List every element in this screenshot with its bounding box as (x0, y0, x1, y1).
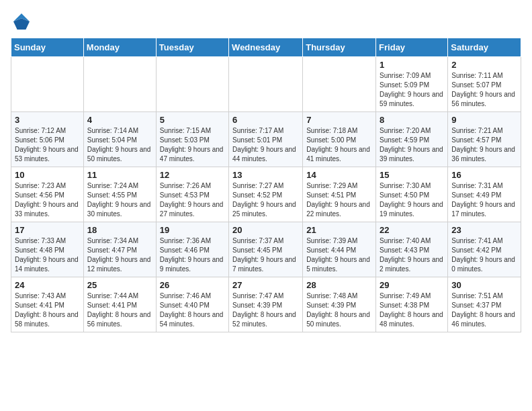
day-number: 7 (306, 115, 372, 125)
day-info: Sunrise: 7:46 AMSunset: 4:40 PMDaylight:… (160, 291, 225, 329)
day-number: 3 (15, 115, 80, 125)
day-number: 21 (306, 225, 372, 235)
day-cell: 19Sunrise: 7:36 AMSunset: 4:46 PMDayligh… (156, 222, 228, 277)
logo-icon (11, 11, 32, 32)
day-info: Sunrise: 7:49 AMSunset: 4:38 PMDaylight:… (380, 291, 444, 329)
day-header-friday: Friday (376, 38, 448, 57)
day-cell: 1Sunrise: 7:09 AMSunset: 5:09 PMDaylight… (376, 57, 448, 112)
day-cell (11, 57, 84, 112)
day-info: Sunrise: 7:26 AMSunset: 4:53 PMDaylight:… (160, 181, 225, 219)
day-cell: 9Sunrise: 7:21 AMSunset: 4:57 PMDaylight… (448, 112, 521, 167)
day-number: 17 (15, 225, 80, 235)
day-number: 27 (232, 280, 299, 290)
day-number: 28 (306, 280, 372, 290)
day-cell: 12Sunrise: 7:26 AMSunset: 4:53 PMDayligh… (156, 167, 228, 222)
week-row-1: 1Sunrise: 7:09 AMSunset: 5:09 PMDaylight… (11, 57, 521, 112)
day-number: 9 (451, 115, 517, 125)
day-cell (83, 57, 156, 112)
day-cell: 11Sunrise: 7:24 AMSunset: 4:55 PMDayligh… (83, 167, 156, 222)
day-number: 16 (451, 170, 517, 180)
day-number: 2 (451, 60, 517, 70)
day-info: Sunrise: 7:24 AMSunset: 4:55 PMDaylight:… (87, 181, 152, 219)
day-info: Sunrise: 7:23 AMSunset: 4:56 PMDaylight:… (15, 181, 80, 219)
day-cell: 7Sunrise: 7:18 AMSunset: 5:00 PMDaylight… (303, 112, 376, 167)
day-info: Sunrise: 7:41 AMSunset: 4:42 PMDaylight:… (451, 236, 517, 274)
day-cell: 27Sunrise: 7:47 AMSunset: 4:39 PMDayligh… (229, 277, 303, 332)
day-cell: 16Sunrise: 7:31 AMSunset: 4:49 PMDayligh… (448, 167, 521, 222)
day-info: Sunrise: 7:33 AMSunset: 4:48 PMDaylight:… (15, 236, 80, 274)
day-cell: 26Sunrise: 7:46 AMSunset: 4:40 PMDayligh… (156, 277, 228, 332)
day-cell: 21Sunrise: 7:39 AMSunset: 4:44 PMDayligh… (303, 222, 376, 277)
day-cell: 24Sunrise: 7:43 AMSunset: 4:41 PMDayligh… (11, 277, 84, 332)
day-info: Sunrise: 7:36 AMSunset: 4:46 PMDaylight:… (160, 236, 225, 274)
day-cell: 15Sunrise: 7:30 AMSunset: 4:50 PMDayligh… (376, 167, 448, 222)
day-header-wednesday: Wednesday (229, 38, 303, 57)
day-info: Sunrise: 7:47 AMSunset: 4:39 PMDaylight:… (232, 291, 299, 329)
week-row-3: 10Sunrise: 7:23 AMSunset: 4:56 PMDayligh… (11, 167, 521, 222)
day-number: 19 (160, 225, 225, 235)
day-info: Sunrise: 7:12 AMSunset: 5:06 PMDaylight:… (15, 126, 80, 164)
day-info: Sunrise: 7:14 AMSunset: 5:04 PMDaylight:… (87, 126, 152, 164)
week-row-2: 3Sunrise: 7:12 AMSunset: 5:06 PMDaylight… (11, 112, 521, 167)
day-info: Sunrise: 7:51 AMSunset: 4:37 PMDaylight:… (451, 291, 517, 329)
day-header-sunday: Sunday (11, 38, 84, 57)
day-info: Sunrise: 7:40 AMSunset: 4:43 PMDaylight:… (380, 236, 444, 274)
day-cell: 10Sunrise: 7:23 AMSunset: 4:56 PMDayligh… (11, 167, 84, 222)
day-info: Sunrise: 7:17 AMSunset: 5:01 PMDaylight:… (232, 126, 299, 164)
day-cell: 20Sunrise: 7:37 AMSunset: 4:45 PMDayligh… (229, 222, 303, 277)
day-number: 18 (87, 225, 152, 235)
day-cell: 30Sunrise: 7:51 AMSunset: 4:37 PMDayligh… (448, 277, 521, 332)
day-info: Sunrise: 7:43 AMSunset: 4:41 PMDaylight:… (15, 291, 80, 329)
day-number: 14 (306, 170, 372, 180)
day-cell: 2Sunrise: 7:11 AMSunset: 5:07 PMDaylight… (448, 57, 521, 112)
day-cell: 23Sunrise: 7:41 AMSunset: 4:42 PMDayligh… (448, 222, 521, 277)
week-row-4: 17Sunrise: 7:33 AMSunset: 4:48 PMDayligh… (11, 222, 521, 277)
day-cell: 17Sunrise: 7:33 AMSunset: 4:48 PMDayligh… (11, 222, 84, 277)
day-cell: 18Sunrise: 7:34 AMSunset: 4:47 PMDayligh… (83, 222, 156, 277)
day-number: 4 (87, 115, 152, 125)
day-info: Sunrise: 7:31 AMSunset: 4:49 PMDaylight:… (451, 181, 517, 219)
day-info: Sunrise: 7:27 AMSunset: 4:52 PMDaylight:… (232, 181, 299, 219)
day-number: 13 (232, 170, 299, 180)
day-info: Sunrise: 7:39 AMSunset: 4:44 PMDaylight:… (306, 236, 372, 274)
day-cell: 4Sunrise: 7:14 AMSunset: 5:04 PMDaylight… (83, 112, 156, 167)
day-header-tuesday: Tuesday (156, 38, 228, 57)
day-header-thursday: Thursday (303, 38, 376, 57)
day-info: Sunrise: 7:48 AMSunset: 4:39 PMDaylight:… (306, 291, 372, 329)
calendar-header-row: SundayMondayTuesdayWednesdayThursdayFrid… (11, 38, 521, 57)
day-info: Sunrise: 7:34 AMSunset: 4:47 PMDaylight:… (87, 236, 152, 274)
day-number: 1 (380, 60, 444, 70)
day-cell: 13Sunrise: 7:27 AMSunset: 4:52 PMDayligh… (229, 167, 303, 222)
day-cell: 6Sunrise: 7:17 AMSunset: 5:01 PMDaylight… (229, 112, 303, 167)
day-number: 29 (380, 280, 444, 290)
day-cell: 29Sunrise: 7:49 AMSunset: 4:38 PMDayligh… (376, 277, 448, 332)
day-number: 10 (15, 170, 80, 180)
day-number: 12 (160, 170, 225, 180)
day-cell (229, 57, 303, 112)
day-header-monday: Monday (83, 38, 156, 57)
day-info: Sunrise: 7:09 AMSunset: 5:09 PMDaylight:… (380, 71, 444, 109)
day-cell: 3Sunrise: 7:12 AMSunset: 5:06 PMDaylight… (11, 112, 84, 167)
page-header (11, 11, 521, 32)
day-cell: 14Sunrise: 7:29 AMSunset: 4:51 PMDayligh… (303, 167, 376, 222)
day-number: 11 (87, 170, 152, 180)
day-number: 23 (451, 225, 517, 235)
day-info: Sunrise: 7:11 AMSunset: 5:07 PMDaylight:… (451, 71, 517, 109)
day-cell: 22Sunrise: 7:40 AMSunset: 4:43 PMDayligh… (376, 222, 448, 277)
day-number: 26 (160, 280, 225, 290)
day-info: Sunrise: 7:18 AMSunset: 5:00 PMDaylight:… (306, 126, 372, 164)
day-info: Sunrise: 7:37 AMSunset: 4:45 PMDaylight:… (232, 236, 299, 274)
day-number: 8 (380, 115, 444, 125)
day-number: 24 (15, 280, 80, 290)
day-number: 15 (380, 170, 444, 180)
day-cell: 25Sunrise: 7:44 AMSunset: 4:41 PMDayligh… (83, 277, 156, 332)
day-number: 25 (87, 280, 152, 290)
day-cell: 28Sunrise: 7:48 AMSunset: 4:39 PMDayligh… (303, 277, 376, 332)
logo (11, 11, 35, 32)
calendar-table: SundayMondayTuesdayWednesdayThursdayFrid… (11, 38, 521, 332)
day-info: Sunrise: 7:29 AMSunset: 4:51 PMDaylight:… (306, 181, 372, 219)
day-cell (156, 57, 228, 112)
day-header-saturday: Saturday (448, 38, 521, 57)
day-info: Sunrise: 7:20 AMSunset: 4:59 PMDaylight:… (380, 126, 444, 164)
day-number: 5 (160, 115, 225, 125)
